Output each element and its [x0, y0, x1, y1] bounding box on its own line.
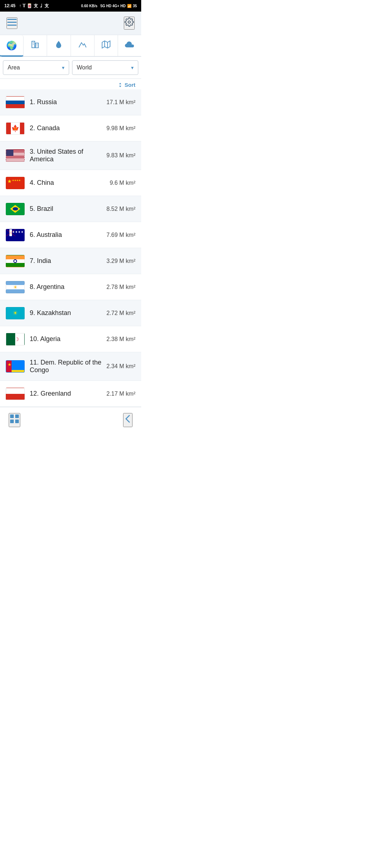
tab-water[interactable] — [47, 35, 71, 56]
country-area: 9.83 M km² — [106, 152, 135, 159]
sort-row: Sort — [0, 79, 141, 89]
svg-rect-4 — [32, 41, 35, 48]
country-area: 7.69 M km² — [106, 232, 135, 238]
country-flag: 🍁 — [6, 122, 25, 135]
area-dropdown[interactable]: Area ▾ — [3, 60, 69, 75]
country-area: 2.78 M km² — [106, 284, 135, 290]
country-name: 8. Argentina — [30, 283, 106, 291]
svg-rect-13 — [10, 414, 14, 418]
hamburger-menu[interactable] — [7, 17, 17, 29]
tab-cloud[interactable] — [118, 35, 141, 56]
country-area: 17.1 M km² — [106, 99, 135, 106]
country-area: 8.52 M km² — [106, 206, 135, 212]
back-button[interactable] — [123, 413, 133, 427]
area-label: Area — [8, 64, 20, 71]
country-name: 12. Greenland — [30, 390, 106, 397]
svg-rect-0 — [7, 19, 17, 20]
country-area: 9.6 M km² — [110, 180, 135, 186]
buildings-icon — [31, 40, 39, 51]
country-name: 4. China — [30, 179, 110, 187]
svg-rect-14 — [15, 414, 19, 418]
country-area: 2.34 M km² — [106, 363, 135, 370]
tab-buildings[interactable] — [24, 35, 47, 56]
country-list: 1. Russia 17.1 M km² 🍁 2. Canada 9.98 M … — [0, 89, 141, 407]
water-icon — [54, 40, 63, 51]
list-item[interactable]: 🍁 2. Canada 9.98 M km² — [0, 115, 141, 141]
category-tabs: 🌍 — [0, 35, 141, 57]
world-dropdown-arrow: ▾ — [131, 65, 134, 71]
country-flag: ☀ — [6, 307, 25, 319]
globe-icon: 🌍 — [6, 41, 17, 51]
svg-rect-16 — [15, 420, 19, 423]
tab-world[interactable]: 🌍 — [0, 35, 24, 57]
mountain-icon — [78, 40, 87, 51]
country-flag — [6, 96, 25, 109]
list-item[interactable]: 12. Greenland 2.17 M km² — [0, 381, 141, 407]
list-item[interactable]: 1. Russia 17.1 M km² — [0, 89, 141, 115]
sort-icon — [117, 82, 123, 88]
bottom-navigation — [0, 407, 141, 433]
world-dropdown[interactable]: World ▾ — [72, 60, 138, 75]
svg-point-3 — [128, 21, 131, 24]
country-name: 11. Dem. Republic of the Congo — [30, 359, 106, 374]
svg-rect-15 — [10, 420, 14, 423]
country-flag — [6, 203, 25, 215]
tab-map[interactable] — [94, 35, 118, 56]
status-right: 0.60 KB/s 5G HD 4G+ HD 📶 35 — [81, 4, 137, 8]
list-item[interactable]: ☀ 9. Kazakhstan 2.72 M km² — [0, 300, 141, 326]
list-item[interactable]: ☽ 10. Algeria 2.38 M km² — [0, 326, 141, 352]
status-time: 12:45 ↑ 𝕋 🀄 支 ♩ 支 — [4, 3, 49, 9]
country-name: 2. Canada — [30, 124, 106, 132]
country-area: 2.38 M km² — [106, 336, 135, 342]
country-flag: ★ — [6, 360, 25, 373]
country-area: 9.98 M km² — [106, 125, 135, 132]
svg-marker-10 — [102, 41, 110, 48]
status-bar: 12:45 ↑ 𝕋 🀄 支 ♩ 支 0.60 KB/s 5G HD 4G+ HD… — [0, 0, 141, 12]
list-item[interactable]: ★ 11. Dem. Republic of the Congo 2.34 M … — [0, 352, 141, 381]
list-item[interactable]: ★★★★★ 4. China 9.6 M km² — [0, 170, 141, 196]
country-flag: ☀ — [6, 281, 25, 293]
settings-button[interactable] — [124, 17, 135, 30]
country-area: 2.17 M km² — [106, 391, 135, 397]
country-flag — [6, 388, 25, 400]
header — [0, 12, 141, 35]
country-flag: ✦✦✦✦✦ — [6, 229, 25, 241]
area-dropdown-arrow: ▾ — [62, 65, 64, 71]
tab-mountains[interactable] — [71, 35, 94, 56]
country-flag — [6, 149, 25, 162]
grid-button[interactable] — [9, 413, 20, 427]
country-flag: ★★★★★ — [6, 177, 25, 189]
list-item[interactable]: 7. India 3.29 M km² — [0, 248, 141, 274]
world-label: World — [77, 64, 92, 71]
svg-rect-1 — [7, 22, 17, 23]
country-name: 9. Kazakhstan — [30, 309, 106, 317]
country-name: 3. United States of America — [30, 148, 106, 163]
cloud-icon — [125, 41, 135, 50]
filter-dropdowns: Area ▾ World ▾ — [0, 57, 141, 79]
map-icon — [102, 40, 110, 51]
country-name: 10. Algeria — [30, 335, 106, 343]
country-name: 1. Russia — [30, 98, 106, 106]
country-name: 5. Brazil — [30, 205, 106, 213]
list-item[interactable]: 5. Brazil 8.52 M km² — [0, 196, 141, 222]
country-area: 2.72 M km² — [106, 310, 135, 316]
sort-label: Sort — [125, 82, 135, 88]
sort-button[interactable]: Sort — [117, 82, 135, 88]
list-item[interactable]: ☀ 8. Argentina 2.78 M km² — [0, 274, 141, 300]
country-area: 3.29 M km² — [106, 258, 135, 264]
list-item[interactable]: 3. United States of America 9.83 M km² — [0, 141, 141, 170]
svg-rect-5 — [35, 43, 38, 48]
list-item[interactable]: ✦✦✦✦✦ 6. Australia 7.69 M km² — [0, 222, 141, 248]
country-flag — [6, 255, 25, 267]
country-flag: ☽ — [6, 333, 25, 345]
svg-rect-2 — [7, 25, 17, 26]
country-name: 6. Australia — [30, 231, 106, 239]
country-name: 7. India — [30, 257, 106, 265]
